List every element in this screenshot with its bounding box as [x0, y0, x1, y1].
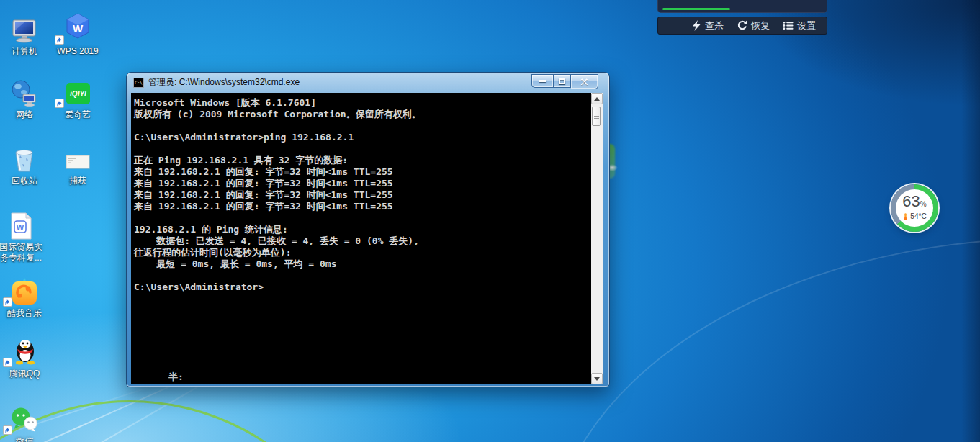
maximize-button[interactable] [553, 74, 571, 88]
icon-label: WPS 2019 [50, 46, 105, 57]
temperature-gauge-widget[interactable]: 63 % 54°C [891, 184, 938, 232]
shortcut-arrow-icon [3, 425, 12, 435]
icon-label: 回收站 [0, 176, 50, 186]
scroll-down-button[interactable] [591, 373, 603, 384]
cmd-console[interactable]: Microsoft Windows [版本 6.1.7601]版权所有 (c) … [131, 93, 593, 384]
percent-unit: % [920, 197, 927, 212]
console-line: 往返行程的估计时间(以毫秒为单位): [134, 247, 593, 258]
scroll-up-button[interactable] [591, 93, 603, 104]
console-line [134, 120, 593, 132]
close-icon [580, 78, 588, 86]
gauge-percent: 63 % [902, 194, 926, 212]
wechat-icon [0, 403, 50, 435]
icon-label: 酷我音乐 [0, 308, 50, 319]
console-line [134, 212, 593, 224]
computer-icon [0, 13, 50, 45]
desktop-icon-wechat[interactable]: 微信 [0, 403, 50, 442]
console-line [134, 270, 593, 281]
icon-label: 腾讯QQ [0, 369, 50, 379]
restore-label: 恢复 [751, 19, 770, 32]
network-icon [0, 76, 50, 108]
console-output: Microsoft Windows [版本 6.1.7601]版权所有 (c) … [131, 93, 593, 293]
vertical-scrollbar[interactable] [591, 93, 603, 384]
desktop-icon-recycle-bin[interactable]: 回收站 [0, 143, 50, 186]
desktop-icon-kuwo-music[interactable]: 酷我音乐 [0, 275, 50, 319]
restore-button[interactable]: 恢复 [730, 19, 776, 32]
console-line: 来自 192.168.2.1 的回复: 字节=32 时间<1ms TTL=255 [134, 201, 593, 212]
settings-list-icon [783, 20, 794, 31]
desktop-icon-iqiyi[interactable]: iQIYI 爱奇艺 [50, 76, 105, 120]
settings-label: 设置 [797, 19, 816, 32]
restore-arrow-icon [737, 20, 747, 31]
ime-indicator: 半: [168, 371, 184, 384]
settings-button[interactable]: 设置 [776, 19, 822, 32]
thermometer-icon [902, 212, 909, 222]
cmd-app-icon: C:\ [133, 78, 144, 88]
capture-icon [50, 143, 105, 174]
kuwo-music-icon [0, 275, 50, 307]
console-line: 来自 192.168.2.1 的回复: 字节=32 时间<1ms TTL=255 [134, 166, 593, 178]
shortcut-arrow-icon [3, 297, 12, 307]
console-line: 192.168.2.1 的 Ping 统计信息: [134, 224, 593, 235]
console-line: 数据包: 已发送 = 4, 已接收 = 4, 丢失 = 0 (0% 丢失), [134, 235, 593, 247]
arrow-up-icon [594, 97, 600, 101]
qq-penguin-icon [0, 335, 50, 367]
wps-icon: W [50, 13, 105, 45]
svg-text:W: W [73, 22, 84, 35]
cmd-window: C:\ 管理员: C:\Windows\system32\cmd.exe Mic… [126, 72, 610, 387]
gauge-temperature: 54°C [902, 212, 926, 222]
scan-button[interactable]: 查杀 [685, 19, 730, 32]
gauge-face: 63 % 54°C [896, 189, 933, 227]
shortcut-arrow-icon [55, 99, 64, 108]
icon-label: 爱奇艺 [50, 109, 105, 120]
security-progress-bar [662, 8, 730, 10]
security-toolbar: 查杀 恢复 设置 [657, 17, 827, 35]
security-panel [657, 0, 827, 13]
icon-label: 国际贸易实务专科复... [0, 242, 45, 263]
desktop-icon-network[interactable]: 网络 [0, 76, 50, 120]
arrow-down-icon [594, 377, 600, 381]
desktop-icon-capture[interactable]: 捕获 [50, 143, 105, 186]
cmd-window-title: 管理员: C:\Windows\system32\cmd.exe [148, 76, 300, 89]
desktop: 计算机 W WPS 2019 网络 [0, 0, 980, 442]
console-line: 最短 = 0ms, 最长 = 0ms, 平均 = 0ms [134, 258, 593, 270]
icon-label: 网络 [0, 109, 50, 120]
shortcut-arrow-icon [55, 35, 64, 45]
console-line [134, 143, 593, 155]
close-button[interactable] [571, 74, 598, 89]
console-line: C:\Users\Administrator> [134, 281, 593, 293]
word-document-icon: W [0, 209, 45, 240]
minimize-button[interactable] [531, 74, 553, 88]
console-line: Microsoft Windows [版本 6.1.7601] [134, 97, 593, 109]
lightning-icon [692, 20, 701, 31]
console-line: 正在 Ping 192.168.2.1 具有 32 字节的数据: [134, 155, 593, 166]
scan-label: 查杀 [705, 19, 724, 32]
iqiyi-icon: iQIYI [50, 76, 105, 108]
desktop-icon-trade-doc[interactable]: W 国际贸易实务专科复... [0, 209, 45, 263]
recycle-bin-icon [0, 143, 50, 174]
desktop-icon-computer[interactable]: 计算机 [0, 13, 50, 57]
temperature-value: 54°C [910, 212, 926, 221]
console-line: 来自 192.168.2.1 的回复: 字节=32 时间<1ms TTL=255 [134, 189, 593, 201]
icon-label: 捕获 [50, 176, 105, 186]
window-caption-buttons [531, 74, 598, 89]
console-line: C:\Users\Administrator>ping 192.168.2.1 [134, 132, 593, 143]
thumb-grip-icon [594, 114, 599, 119]
desktop-icon-tencent-qq[interactable]: 腾讯QQ [0, 335, 50, 379]
svg-text:W: W [17, 223, 24, 232]
icon-label: 计算机 [0, 46, 50, 57]
percent-value: 63 [902, 194, 920, 209]
console-line: 来自 192.168.2.1 的回复: 字节=32 时间<1ms TTL=255 [134, 178, 593, 189]
minimize-icon [539, 80, 546, 82]
shortcut-arrow-icon [3, 358, 12, 367]
console-line: 版权所有 (c) 2009 Microsoft Corporation。保留所有… [134, 109, 593, 120]
desktop-icon-wps[interactable]: W WPS 2019 [50, 13, 105, 57]
scrollbar-thumb[interactable] [592, 107, 601, 126]
icon-label: 微信 [0, 436, 50, 442]
maximize-icon [559, 78, 565, 84]
svg-text:iQIYI: iQIYI [70, 90, 86, 98]
